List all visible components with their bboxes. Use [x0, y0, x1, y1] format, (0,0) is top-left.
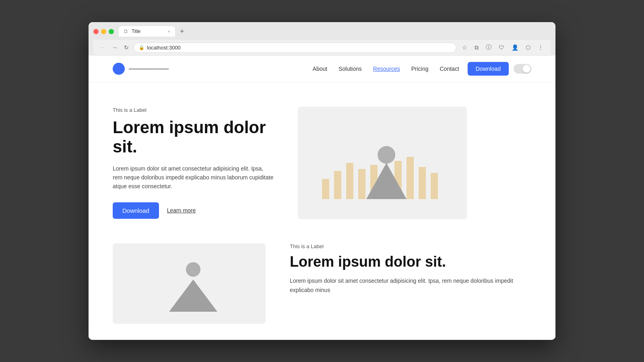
svg-point-14: [186, 262, 200, 277]
hero-learn-more-link[interactable]: Learn more: [167, 207, 196, 214]
second-content: This is a Label Lorem ipsum dolor sit. L…: [290, 243, 531, 294]
nav-link-about[interactable]: About: [313, 66, 328, 72]
tab-title: Title: [132, 29, 140, 34]
browser-titlebar: 🗋 Title × +: [93, 26, 551, 37]
forward-button[interactable]: →: [110, 43, 119, 52]
logo-area: ──────────: [113, 63, 169, 75]
logo-circle: [113, 63, 125, 75]
maximize-button[interactable]: [109, 29, 114, 34]
url-display: localhost:3000: [147, 45, 181, 51]
svg-rect-10: [431, 173, 438, 199]
hero-label: This is a Label: [113, 107, 274, 113]
browser-toolbar: ← → ↻ 🔒 localhost:3000 ☆ ⧉ ⓘ 🛡 👤 ⬡ ⋮: [93, 40, 551, 56]
hero-download-button[interactable]: Download: [113, 202, 159, 219]
website-content: ────────── About Solutions Resources Pri…: [89, 56, 555, 340]
svg-point-11: [378, 146, 395, 164]
svg-rect-2: [334, 171, 341, 199]
nav-link-solutions[interactable]: Solutions: [339, 66, 362, 72]
address-bar[interactable]: 🔒 localhost:3000: [134, 43, 456, 53]
tab-favicon-icon: 🗋: [124, 29, 129, 34]
tab-close-icon[interactable]: ×: [168, 29, 170, 34]
second-title: Lorem ipsum dolor sit.: [290, 253, 531, 270]
lock-icon: 🔒: [139, 45, 144, 50]
profile-icon[interactable]: 👤: [509, 43, 521, 52]
toolbar-actions: ☆ ⧉ ⓘ 🛡 👤 ⬡ ⋮: [460, 42, 546, 53]
new-tab-button[interactable]: +: [177, 26, 188, 37]
svg-rect-0: [298, 107, 467, 219]
traffic-lights: [93, 29, 114, 34]
logo-text: ──────────: [129, 66, 169, 72]
bookmark-icon[interactable]: ☆: [460, 43, 470, 52]
active-tab[interactable]: 🗋 Title ×: [119, 26, 175, 37]
hero-content: This is a Label Lorem ipsum dolor sit. L…: [113, 107, 274, 219]
nav-download-button[interactable]: Download: [468, 62, 509, 76]
info-icon[interactable]: ⓘ: [483, 42, 494, 53]
second-image-placeholder: [113, 243, 266, 324]
hero-description: Lorem ipsum dolor sit amet consectetur a…: [113, 164, 274, 191]
second-label: This is a Label: [290, 243, 531, 249]
shield-icon[interactable]: 🛡: [496, 43, 507, 52]
extensions2-icon[interactable]: ⬡: [523, 43, 533, 52]
svg-rect-8: [407, 157, 414, 199]
refresh-button[interactable]: ↻: [122, 43, 130, 52]
hero-title: Lorem ipsum dolor sit.: [113, 118, 274, 157]
hero-image-placeholder: [298, 107, 467, 219]
nav-link-resources[interactable]: Resources: [373, 66, 400, 72]
nav-link-pricing[interactable]: Pricing: [411, 66, 429, 72]
extensions-icon[interactable]: ⧉: [472, 43, 481, 53]
theme-toggle[interactable]: [514, 64, 531, 74]
menu-icon[interactable]: ⋮: [535, 43, 546, 52]
close-button[interactable]: [93, 29, 99, 34]
nav-link-contact[interactable]: Contact: [440, 66, 459, 72]
second-section: This is a Label Lorem ipsum dolor sit. L…: [89, 235, 555, 340]
browser-chrome: 🗋 Title × + ← → ↻ 🔒 localhost:3000 ☆ ⧉ ⓘ…: [89, 22, 555, 56]
back-button[interactable]: ←: [98, 43, 107, 52]
svg-rect-9: [419, 167, 426, 199]
hero-section: This is a Label Lorem ipsum dolor sit. L…: [89, 82, 555, 235]
minimize-button[interactable]: [101, 29, 106, 34]
second-description: Lorem ipsum dolor sit amet consectetur a…: [290, 276, 531, 294]
tab-bar: 🗋 Title × +: [119, 26, 551, 37]
browser-window: 🗋 Title × + ← → ↻ 🔒 localhost:3000 ☆ ⧉ ⓘ…: [89, 22, 555, 340]
hero-actions: Download Learn more: [113, 202, 274, 219]
svg-rect-3: [346, 163, 353, 199]
svg-rect-1: [322, 179, 329, 199]
nav-links: About Solutions Resources Pricing Contac…: [313, 66, 459, 72]
svg-rect-4: [358, 169, 365, 199]
navbar: ────────── About Solutions Resources Pri…: [89, 56, 555, 82]
